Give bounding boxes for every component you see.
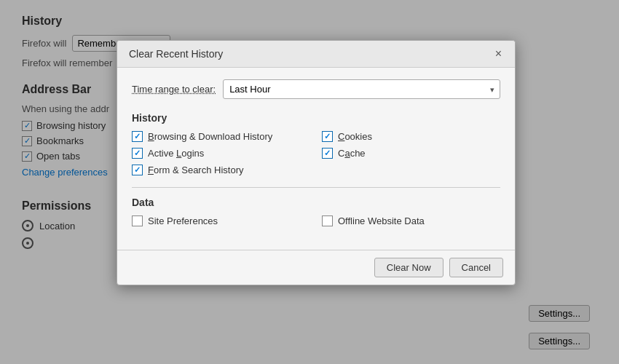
cookies-checkbox[interactable]: [322, 131, 333, 142]
clear-history-modal: Clear Recent History × Time range to cle…: [117, 40, 516, 285]
form-search-label: Form & Search History: [148, 165, 244, 175]
active-logins-label: Active Logins: [148, 148, 204, 159]
cache-checkbox[interactable]: [322, 148, 333, 159]
cookies-underline: C: [338, 131, 344, 142]
time-range-row: Time range to clear: Last Hour Last Two …: [132, 79, 500, 99]
empty-cell: [322, 165, 500, 175]
modal-title: Clear Recent History: [129, 48, 223, 60]
modal-close-button[interactable]: ×: [494, 48, 503, 60]
form-search-checkbox[interactable]: [132, 165, 143, 175]
offline-data-label: Offline Website Data: [338, 215, 425, 226]
browsing-underline: B: [148, 131, 154, 142]
logins-underline: L: [176, 148, 181, 159]
site-prefs-label: Site Preferences: [148, 215, 218, 226]
site-prefs-checkbox[interactable]: [132, 215, 143, 226]
browsing-download-item: Browsing & Download History: [132, 131, 310, 142]
browsing-download-checkbox[interactable]: [132, 131, 143, 142]
clear-now-button[interactable]: Clear Now: [374, 258, 443, 277]
data-section-title: Data: [132, 197, 500, 208]
modal-footer: Clear Now Cancel: [117, 250, 515, 285]
cache-underline: a: [344, 148, 350, 159]
cache-label: Cache: [338, 148, 366, 159]
modal-header: Clear Recent History ×: [117, 41, 515, 68]
site-prefs-item: Site Preferences: [132, 215, 310, 226]
offline-data-checkbox[interactable]: [322, 215, 333, 226]
data-checkboxes-grid: Site Preferences Offline Website Data: [132, 215, 500, 226]
cookies-label: Cookies: [338, 131, 372, 142]
cookies-item: Cookies: [322, 131, 500, 142]
cancel-button[interactable]: Cancel: [449, 258, 503, 277]
cache-item: Cache: [322, 148, 500, 159]
history-checkboxes-grid: Browsing & Download History Cookies Acti…: [132, 131, 500, 175]
form-search-item: Form & Search History: [132, 165, 310, 175]
time-range-label: Time range to clear:: [132, 84, 216, 95]
modal-body: Time range to clear: Last Hour Last Two …: [117, 68, 515, 250]
browsing-download-label: Browsing & Download History: [148, 131, 272, 142]
section-divider: [132, 187, 500, 188]
active-logins-item: Active Logins: [132, 148, 310, 159]
time-range-select[interactable]: Last Hour Last Two Hours Last Four Hours…: [223, 79, 500, 99]
form-underline: F: [148, 165, 154, 175]
active-logins-checkbox[interactable]: [132, 148, 143, 159]
time-range-select-wrapper: Last Hour Last Two Hours Last Four Hours…: [223, 79, 500, 99]
offline-data-item: Offline Website Data: [322, 215, 500, 226]
history-section-title: History: [132, 112, 500, 124]
